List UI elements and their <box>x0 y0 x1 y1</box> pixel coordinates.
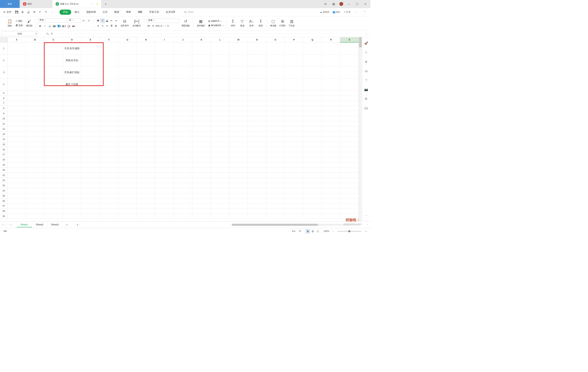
cell-S23[interactable] <box>340 183 359 188</box>
cell-Q11[interactable] <box>303 121 322 126</box>
layout-icon[interactable]: ⧉ <box>323 1 328 7</box>
cell-E10[interactable] <box>81 116 100 121</box>
cell-B17[interactable] <box>26 152 44 157</box>
cell-L6[interactable] <box>211 95 229 101</box>
cell-M6[interactable] <box>229 95 248 101</box>
cell-H1[interactable] <box>137 42 155 54</box>
cell-Q8[interactable] <box>303 106 322 111</box>
cell-G9[interactable] <box>118 111 137 116</box>
cell-G6[interactable] <box>118 95 137 101</box>
row-header-11[interactable]: 11 <box>0 121 8 126</box>
cell-F2[interactable] <box>100 54 118 66</box>
cell-L14[interactable] <box>211 137 229 142</box>
cell-H27[interactable] <box>137 203 155 209</box>
cell-A21[interactable] <box>8 172 26 178</box>
cell-B5[interactable] <box>26 90 44 95</box>
cell-G18[interactable] <box>118 157 137 162</box>
cell-Q4[interactable] <box>303 78 322 90</box>
cell-D19[interactable] <box>63 162 81 168</box>
cell-C10[interactable] <box>44 116 63 121</box>
settings-sliders-icon[interactable]: ⚙ <box>364 60 368 64</box>
zoom-slider[interactable] <box>337 231 361 232</box>
cell-J26[interactable] <box>174 198 192 203</box>
cell-Q12[interactable] <box>303 126 322 131</box>
fx-icon[interactable]: fx <box>51 32 53 35</box>
cell-M23[interactable] <box>229 183 248 188</box>
cell-O16[interactable] <box>266 147 285 152</box>
cell-G27[interactable] <box>118 203 137 209</box>
cell-K28[interactable] <box>192 209 211 214</box>
cell-R14[interactable] <box>322 137 340 142</box>
cell-Q10[interactable] <box>303 116 322 121</box>
cell-S14[interactable] <box>340 137 359 142</box>
cell-F25[interactable] <box>100 193 118 198</box>
cell-C16[interactable] <box>44 147 63 152</box>
row-header-12[interactable]: 12 <box>0 126 8 131</box>
cell-J12[interactable] <box>174 126 192 131</box>
cell-G29[interactable] <box>118 214 137 219</box>
cell-J28[interactable] <box>174 209 192 214</box>
cell-E6[interactable] <box>81 95 100 101</box>
cell-H14[interactable] <box>137 137 155 142</box>
cell-B20[interactable] <box>26 168 44 173</box>
cell-J18[interactable] <box>174 157 192 162</box>
cell-L16[interactable] <box>211 147 229 152</box>
cell-A16[interactable] <box>8 147 26 152</box>
cell-E20[interactable] <box>81 168 100 173</box>
indent-increase-button[interactable]: ⇥ <box>114 18 118 23</box>
cell-N8[interactable] <box>248 106 266 111</box>
cell-N29[interactable] <box>248 214 266 219</box>
cell-I20[interactable] <box>155 168 174 173</box>
fill-button[interactable]: ↧填充 <box>256 19 265 27</box>
cell-I14[interactable] <box>155 137 174 142</box>
view-normal-button[interactable]: ▦ <box>306 229 310 233</box>
cell-Q22[interactable] <box>303 178 322 183</box>
cell-G3[interactable] <box>118 66 137 78</box>
cell-D8[interactable] <box>63 106 81 111</box>
cell-E4[interactable] <box>81 78 100 90</box>
cell-L21[interactable] <box>211 172 229 178</box>
cell-A25[interactable] <box>8 193 26 198</box>
col-header-I[interactable]: I <box>155 37 174 42</box>
cell-M17[interactable] <box>229 152 248 157</box>
cell-J23[interactable] <box>174 183 192 188</box>
cell-E17[interactable] <box>81 152 100 157</box>
cell-J11[interactable] <box>174 121 192 126</box>
ribbon-tab-data[interactable]: 数据 <box>111 10 122 15</box>
font-color-button[interactable]: A▾ <box>67 24 71 28</box>
cell-S24[interactable] <box>340 188 359 193</box>
cell-E28[interactable] <box>81 209 100 214</box>
row-header-15[interactable]: 15 <box>0 142 8 147</box>
zoom-slider-thumb[interactable] <box>348 230 351 232</box>
row-header-13[interactable]: 13 <box>0 131 8 137</box>
cell-R25[interactable] <box>322 193 340 198</box>
cell-L11[interactable] <box>211 121 229 126</box>
cell-G17[interactable] <box>118 152 137 157</box>
cell-Q28[interactable] <box>303 209 322 214</box>
cell-A11[interactable] <box>8 121 26 126</box>
row-header-14[interactable]: 14 <box>0 137 8 142</box>
cell-C17[interactable] <box>44 152 63 157</box>
cell-I27[interactable] <box>155 203 174 209</box>
cell-L25[interactable] <box>211 193 229 198</box>
col-header-R[interactable]: R <box>322 37 340 42</box>
cell-E27[interactable] <box>81 203 100 209</box>
cell-O1[interactable] <box>266 42 285 54</box>
cell-I22[interactable] <box>155 178 174 183</box>
cell-I13[interactable] <box>155 131 174 137</box>
cell-B1[interactable] <box>26 42 44 54</box>
cell-J3[interactable] <box>174 66 192 78</box>
cell-M24[interactable] <box>229 188 248 193</box>
cell-R11[interactable] <box>322 121 340 126</box>
cell-F18[interactable] <box>100 157 118 162</box>
row-header-22[interactable]: 22 <box>0 178 8 183</box>
cell-J2[interactable] <box>174 54 192 66</box>
cell-L23[interactable] <box>211 183 229 188</box>
cell-C24[interactable] <box>44 188 63 193</box>
cell-F26[interactable] <box>100 198 118 203</box>
user-avatar[interactable] <box>339 2 343 6</box>
cell-N7[interactable] <box>248 101 266 106</box>
cell-S17[interactable] <box>340 152 359 157</box>
cell-C5[interactable] <box>44 90 63 95</box>
cell-D14[interactable] <box>63 137 81 142</box>
